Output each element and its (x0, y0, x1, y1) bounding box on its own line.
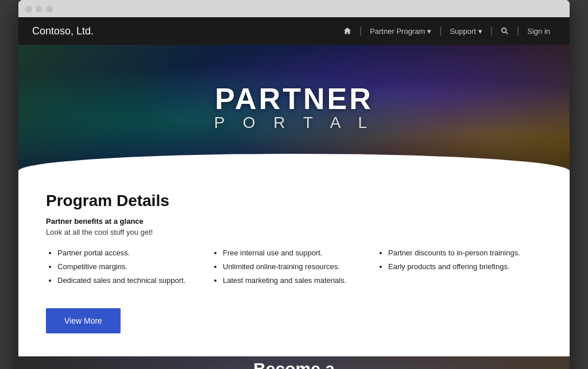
program-title: Program Details (46, 192, 542, 210)
view-more-button[interactable]: View More (46, 308, 121, 333)
navbar-nav: | Partner Program ▾ | Support ▾ | (338, 26, 556, 36)
benefits-list-2: Free internal use and support. Unlimited… (211, 248, 377, 286)
benefits-col-2: Free internal use and support. Unlimited… (211, 248, 377, 290)
list-item: Early products and offering briefings. (388, 262, 542, 272)
partner-program-chevron: ▾ (427, 27, 431, 36)
hero-partner-text: PARTNER (214, 84, 374, 114)
benefits-list-1: Partner portal access. Competitive margi… (46, 248, 211, 286)
support-chevron: ▾ (478, 27, 482, 36)
navbar: Contoso, Ltd. | Partner Program ▾ | Su (18, 17, 570, 45)
benefits-grid: Partner portal access. Competitive margi… (46, 248, 542, 290)
benefits-col-3: Partner discounts to in-person trainings… (377, 248, 542, 290)
program-details-section: Program Details Partner benefits at a gl… (18, 171, 570, 356)
signin-nav-link[interactable]: Sign in (521, 27, 556, 36)
svg-point-0 (502, 28, 506, 33)
browser-dot-2 (36, 6, 42, 13)
browser-dot-1 (25, 6, 32, 13)
list-item: Partner portal access. (57, 248, 211, 258)
nav-divider-4: | (514, 26, 521, 36)
search-icon (501, 27, 509, 35)
list-item: Latest marketing and sales materials. (223, 275, 377, 286)
benefits-col-1: Partner portal access. Competitive margi… (46, 248, 211, 290)
hero-portal-text: P O R T A L (214, 114, 374, 132)
list-item: Competitive margins. (57, 262, 211, 272)
partner-program-nav-link[interactable]: Partner Program ▾ (364, 27, 437, 36)
search-nav-button[interactable] (495, 27, 514, 35)
navbar-brand: Contoso, Ltd. (32, 25, 94, 37)
bottom-section: Become a partner (18, 356, 570, 369)
partner-description: Look at all the cool stuff you get! (46, 228, 542, 236)
list-item: Unlimited online-training resources. (223, 262, 377, 272)
nav-divider-1: | (357, 26, 364, 36)
browser-window: Contoso, Ltd. | Partner Program ▾ | Su (18, 0, 570, 369)
content-wrapper: Program Details Partner benefits at a gl… (18, 171, 570, 356)
become-title: Become a partner (253, 359, 335, 369)
home-nav-link[interactable] (338, 27, 357, 35)
list-item: Free internal use and support. (223, 248, 377, 258)
support-nav-link[interactable]: Support ▾ (444, 27, 488, 36)
svg-line-1 (506, 32, 508, 34)
hero-text: PARTNER P O R T A L (214, 84, 374, 132)
home-icon (343, 27, 351, 35)
nav-divider-2: | (437, 26, 444, 36)
partner-subtitle: Partner benefits at a glance (46, 217, 542, 226)
nav-divider-3: | (488, 26, 495, 36)
list-item: Partner discounts to in-person trainings… (388, 248, 542, 258)
browser-chrome (18, 0, 570, 17)
benefits-list-3: Partner discounts to in-person trainings… (377, 248, 542, 272)
browser-dot-3 (46, 6, 53, 13)
list-item: Dedicated sales and technical support. (57, 275, 211, 286)
hero-section: PARTNER P O R T A L (18, 45, 570, 171)
